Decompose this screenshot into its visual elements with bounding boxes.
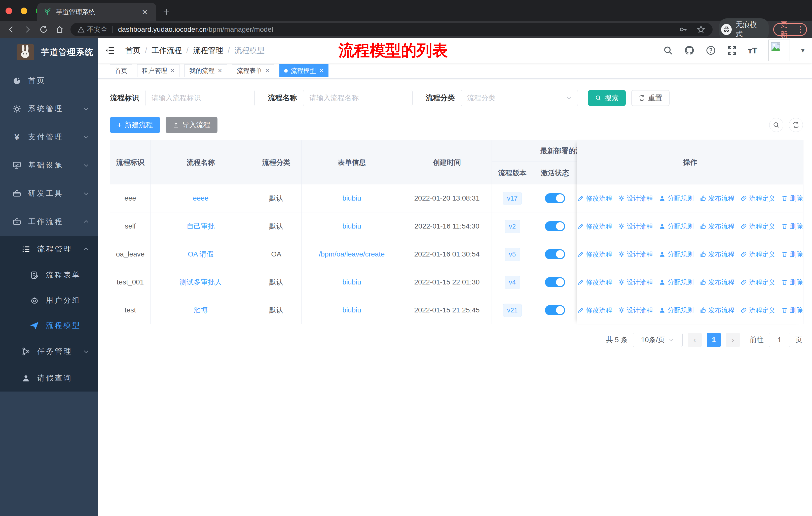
sidebar-item-user-group[interactable]: 用户分组 [0, 288, 98, 313]
security-label[interactable]: 不安全 [87, 25, 108, 34]
sidebar-item-system[interactable]: 系统管理 [0, 95, 98, 123]
publish-process-link[interactable]: 发布流程 [700, 222, 734, 231]
goto-page-input[interactable] [769, 333, 790, 347]
avatar[interactable] [768, 39, 790, 61]
sidebar-item-process-model[interactable]: 流程模型 [0, 313, 98, 338]
new-tab-button[interactable]: + [163, 5, 170, 18]
edit-process-link[interactable]: 修改流程 [577, 250, 612, 259]
sidebar-item-home[interactable]: 首页 [0, 66, 98, 95]
breadcrumb-home[interactable]: 首页 [125, 45, 141, 56]
publish-process-link[interactable]: 发布流程 [700, 278, 734, 287]
active-toggle[interactable] [545, 277, 565, 287]
next-page-button[interactable]: › [726, 333, 740, 347]
active-toggle[interactable] [545, 193, 565, 203]
publish-process-link[interactable]: 发布流程 [700, 194, 734, 203]
browser-menu-icon[interactable] [800, 26, 801, 33]
process-name-link[interactable]: 测试多审批人 [180, 277, 222, 287]
back-icon[interactable] [7, 25, 16, 34]
tag-tenant[interactable]: 租户管理✕ [137, 64, 179, 77]
edit-process-link[interactable]: 修改流程 [577, 306, 612, 315]
tag-process-model-active[interactable]: 流程模型✕ [280, 64, 328, 77]
edit-process-link[interactable]: 修改流程 [577, 222, 612, 231]
form-info-link[interactable]: biubiu [342, 222, 361, 230]
sidebar-collapse-icon[interactable] [105, 45, 115, 56]
prev-page-button[interactable]: ‹ [688, 333, 702, 347]
assign-rule-link[interactable]: 分配规则 [659, 194, 694, 203]
form-info-link[interactable]: biubiu [342, 278, 361, 286]
delete-link[interactable]: 删除 [781, 222, 803, 231]
delete-link[interactable]: 删除 [781, 278, 803, 287]
sidebar-item-task-mgmt[interactable]: 任务管理 [0, 338, 98, 365]
bookmark-star-icon[interactable] [696, 25, 705, 34]
fullscreen-icon[interactable] [727, 45, 737, 55]
avatar-caret-icon[interactable]: ▾ [801, 47, 805, 54]
refresh-button[interactable] [789, 118, 803, 132]
import-process-button[interactable]: 导入流程 [166, 117, 218, 133]
breadcrumb-workflow[interactable]: 工作流程 [151, 45, 182, 56]
tag-process-form[interactable]: 流程表单✕ [232, 64, 274, 77]
design-process-link[interactable]: 设计流程 [618, 222, 653, 231]
close-icon[interactable]: ✕ [265, 67, 269, 74]
process-definition-link[interactable]: 流程定义 [741, 306, 775, 315]
active-toggle[interactable] [545, 249, 565, 259]
key-icon[interactable] [679, 25, 688, 34]
category-select[interactable] [461, 90, 578, 106]
breadcrumb-process-mgmt[interactable]: 流程管理 [193, 45, 223, 56]
assign-rule-link[interactable]: 分配规则 [659, 306, 694, 315]
tab-close-icon[interactable]: ✕ [140, 8, 149, 17]
reload-icon[interactable] [39, 25, 48, 34]
active-toggle[interactable] [545, 221, 565, 231]
design-process-link[interactable]: 设计流程 [618, 194, 653, 203]
sidebar-item-leave-query[interactable]: 请假查询 [0, 365, 98, 391]
assign-rule-link[interactable]: 分配规则 [659, 250, 694, 259]
assign-rule-link[interactable]: 分配规则 [659, 222, 694, 231]
category-select-input[interactable] [461, 90, 578, 106]
browser-update-button[interactable]: 更新 [773, 23, 807, 36]
process-definition-link[interactable]: 流程定义 [741, 194, 775, 203]
form-info-link[interactable]: biubiu [342, 306, 361, 314]
sidebar-item-payment[interactable]: ¥ 支付管理 [0, 123, 98, 151]
tag-my-process[interactable]: 我的流程✕ [184, 64, 227, 77]
process-name-input[interactable] [303, 90, 412, 106]
form-info-link[interactable]: biubiu [342, 194, 361, 202]
header-search-icon[interactable] [663, 45, 673, 55]
design-process-link[interactable]: 设计流程 [618, 278, 653, 287]
create-process-button[interactable]: + 新建流程 [110, 117, 160, 133]
browser-tab[interactable]: 芋道管理系统 ✕ [37, 3, 156, 21]
tag-home[interactable]: 首页 [110, 64, 132, 77]
close-icon[interactable]: ✕ [319, 67, 323, 74]
window-minimize-button[interactable] [21, 7, 27, 14]
process-name-link[interactable]: 自己审批 [187, 221, 215, 231]
sidebar-item-workflow[interactable]: 工作流程 [0, 208, 98, 236]
edit-process-link[interactable]: 修改流程 [577, 278, 612, 287]
publish-process-link[interactable]: 发布流程 [700, 306, 734, 315]
reset-button[interactable]: 重置 [631, 90, 670, 106]
form-info-link[interactable]: /bpm/oa/leave/create [319, 250, 385, 258]
assign-rule-link[interactable]: 分配规则 [659, 278, 694, 287]
window-close-button[interactable] [5, 7, 12, 14]
address-bar[interactable]: 不安全 dashboard.yudao.iocoder.cn/bpm/manag… [70, 23, 713, 36]
design-process-link[interactable]: 设计流程 [618, 250, 653, 259]
delete-link[interactable]: 删除 [781, 250, 803, 259]
help-icon[interactable] [706, 45, 716, 55]
publish-process-link[interactable]: 发布流程 [700, 250, 734, 259]
process-definition-link[interactable]: 流程定义 [741, 278, 775, 287]
forward-icon[interactable] [23, 25, 32, 34]
delete-link[interactable]: 删除 [781, 306, 803, 315]
sidebar-item-devtools[interactable]: 研发工具 [0, 180, 98, 208]
close-icon[interactable]: ✕ [218, 67, 222, 74]
process-definition-link[interactable]: 流程定义 [741, 250, 775, 259]
current-page-button[interactable]: 1 [707, 333, 721, 347]
process-name-link[interactable]: 滔博 [194, 305, 208, 315]
process-name-link[interactable]: OA 请假 [188, 249, 214, 259]
close-icon[interactable]: ✕ [170, 67, 175, 74]
process-id-input[interactable] [145, 90, 255, 106]
sidebar-item-infra[interactable]: 基础设施 [0, 151, 98, 180]
process-definition-link[interactable]: 流程定义 [741, 222, 775, 231]
design-process-link[interactable]: 设计流程 [618, 306, 653, 315]
delete-link[interactable]: 删除 [781, 194, 803, 203]
home-icon[interactable] [55, 25, 64, 34]
font-size-icon[interactable]: ᴛT [748, 46, 757, 55]
show-search-button[interactable] [769, 118, 783, 132]
process-name-link[interactable]: eeee [193, 194, 208, 202]
